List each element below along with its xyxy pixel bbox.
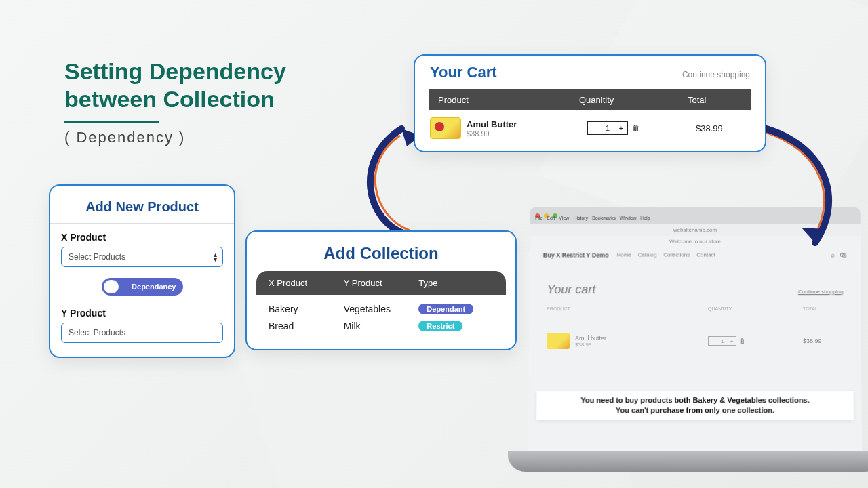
qty-decrease-button[interactable]: - (709, 338, 717, 344)
qty-decrease-button[interactable]: - (588, 124, 600, 132)
dependency-toggle[interactable]: Dependancy (102, 278, 183, 296)
quantity-stepper[interactable]: - 1 + (708, 336, 736, 346)
menu-item: File (535, 216, 542, 220)
col-product: PRODUCT (547, 306, 708, 311)
divider (50, 223, 234, 224)
line-total: $38.99 (696, 123, 750, 134)
cart-table-head: PRODUCT QUANTITY TOTAL (529, 301, 861, 315)
menu-item: Edit (547, 216, 555, 220)
qty-value: 1 (717, 338, 728, 344)
type-badge-dependant: Dependant (418, 304, 473, 314)
col-type: Type (418, 278, 494, 288)
nav-link[interactable]: Catalog (638, 252, 656, 258)
delete-icon[interactable]: 🗑 (632, 123, 640, 133)
x-product-select[interactable]: Select Products ▴▾ (61, 247, 223, 267)
qty-increase-button[interactable]: + (615, 124, 627, 132)
menu-item: History (573, 216, 588, 220)
menu-item: Help (641, 216, 650, 220)
col-product: Product (438, 95, 579, 105)
cart-table-head: Product Quanitity Total (429, 89, 751, 110)
banner-line2: You can't purchase from only one collect… (543, 405, 846, 415)
x-product-placeholder: Select Products (68, 252, 125, 262)
banner-line1: You need to buy products both Bakery & V… (543, 395, 846, 405)
line-total: $38.99 (803, 338, 844, 344)
heading-line1: Setting Dependency (64, 58, 286, 84)
collection-table-body: Bakery Vegetables Dependant Bread Milk R… (256, 295, 506, 340)
add-collection-card: Add Collection X Product Y Product Type … (245, 230, 517, 350)
x-product-label: X Product (61, 232, 223, 243)
address-text: websitename.com (673, 226, 717, 232)
nav-link[interactable]: Collections (663, 252, 690, 258)
product-thumbnail (547, 333, 570, 349)
table-row: Bakery Vegetables Dependant (269, 300, 494, 317)
cart-page-title: Your cart (547, 283, 595, 297)
product-name: Amul butter (575, 335, 708, 342)
add-new-product-card: Add New Product X Product Select Product… (49, 184, 235, 358)
cell-x: Bread (269, 321, 344, 331)
heading-line2: between Collection (64, 86, 275, 112)
cell-y: Milk (344, 321, 419, 331)
laptop-screen: Welcome to our store Buy X Restrict Y De… (528, 236, 862, 451)
continue-shopping-link[interactable]: Continue shopping (798, 289, 844, 295)
product-price: $38.99 (467, 129, 587, 138)
add-new-product-title: Add New Product (61, 192, 223, 223)
browser-menubar: File Edit View History Bookmarks Window … (535, 216, 650, 220)
col-total: Total (688, 95, 742, 105)
nav-link[interactable]: Contact (696, 252, 715, 258)
menu-item: View (559, 216, 569, 220)
site-brand: Buy X Restrict Y Demo (543, 251, 609, 258)
cell-x: Bakery (269, 304, 344, 314)
delete-icon[interactable]: 🗑 (739, 338, 745, 344)
toggle-knob (104, 280, 119, 293)
collection-table-head: X Product Y Product Type (256, 271, 506, 295)
toggle-label: Dependancy (132, 283, 176, 291)
menu-item: Window (620, 216, 637, 220)
product-price: $38.99 (575, 341, 708, 347)
add-collection-title: Add Collection (256, 237, 506, 271)
cart-title: Your Cart (430, 64, 497, 81)
col-y: Y Product (344, 278, 419, 288)
page-heading: Setting Dependency between Collection ( … (64, 58, 286, 146)
col-x: X Product (269, 278, 344, 288)
heading-subtitle: ( Dependency ) (64, 129, 286, 146)
laptop-base (507, 451, 868, 472)
cart-item-row: Amul butter $38.99 - 1 + 🗑 $38.99 (529, 315, 861, 349)
col-qty: Quanitity (579, 95, 688, 105)
quantity-stepper[interactable]: - 1 + (587, 121, 628, 135)
type-badge-restrict: Restrict (418, 321, 462, 331)
dependency-warning-banner: You need to buy products both Bakery & V… (536, 391, 854, 420)
qty-value: 1 (600, 124, 615, 132)
product-thumbnail (430, 117, 461, 139)
col-total: TOTAL (803, 306, 844, 311)
y-product-label: Y Product (61, 308, 223, 319)
product-name: Amul Butter (467, 119, 587, 129)
menu-item: Bookmarks (592, 216, 616, 220)
cell-y: Vegetables (344, 304, 419, 314)
cart-item-row: Amul Butter $38.99 - 1 + 🗑 $38.99 (429, 110, 751, 139)
your-cart-card: Your Cart Continue shopping Product Quan… (414, 54, 766, 152)
table-row: Bread Milk Restrict (269, 317, 494, 334)
qty-increase-button[interactable]: + (728, 338, 736, 344)
y-product-placeholder: Select Products (68, 328, 125, 338)
nav-link[interactable]: Home (617, 252, 631, 258)
col-qty: QUANTITY (708, 306, 803, 311)
y-product-select[interactable]: Select Products (61, 323, 223, 343)
continue-shopping-link[interactable]: Continue shopping (682, 70, 750, 79)
heading-underline (64, 121, 159, 123)
select-updown-icon: ▴▾ (214, 252, 217, 262)
